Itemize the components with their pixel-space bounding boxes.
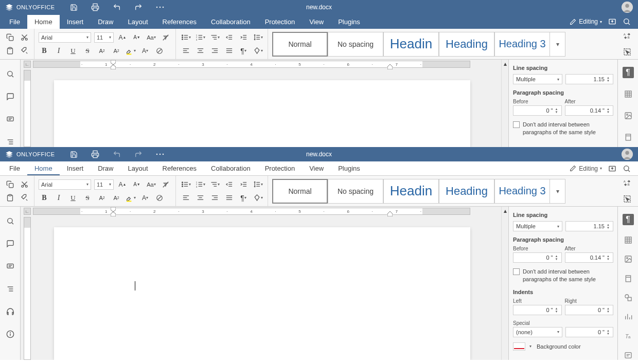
- tab-protection[interactable]: Protection: [258, 15, 303, 29]
- decrease-indent-icon[interactable]: [223, 32, 235, 43]
- align-justify-icon[interactable]: [223, 46, 235, 56]
- clear-format-icon[interactable]: [160, 179, 171, 190]
- save-icon[interactable]: [69, 150, 78, 159]
- superscript-icon[interactable]: A2: [96, 193, 108, 203]
- style-heading2[interactable]: Heading: [439, 179, 494, 204]
- paste-icon[interactable]: [4, 193, 15, 203]
- font-name-input[interactable]: Arial▾: [39, 179, 91, 190]
- cut-icon[interactable]: [19, 179, 30, 190]
- indent-marker-right[interactable]: [387, 64, 393, 69]
- tab-references[interactable]: References: [155, 161, 204, 175]
- line-spacing-value[interactable]: 1.15▲▼: [565, 221, 613, 231]
- align-center-icon[interactable]: [194, 46, 206, 56]
- tab-insert[interactable]: Insert: [60, 161, 91, 175]
- tab-references[interactable]: References: [155, 15, 204, 29]
- cut-icon[interactable]: [19, 32, 30, 43]
- superscript-icon[interactable]: A2: [96, 46, 108, 56]
- line-spacing-icon[interactable]: ▾: [252, 179, 263, 190]
- print-icon[interactable]: [91, 3, 100, 12]
- subscript-icon[interactable]: A2: [111, 193, 122, 203]
- underline-icon[interactable]: U: [67, 193, 79, 203]
- headings-icon[interactable]: [5, 284, 16, 294]
- tab-file[interactable]: File: [2, 15, 27, 29]
- print-icon[interactable]: [91, 150, 100, 159]
- decrease-font-icon[interactable]: A▼: [131, 32, 143, 43]
- find-icon[interactable]: [5, 216, 16, 226]
- line-spacing-mode[interactable]: Multiple▾: [513, 74, 562, 84]
- style-nospacing[interactable]: No spacing: [328, 32, 383, 57]
- tab-collaboration[interactable]: Collaboration: [204, 15, 258, 29]
- document-page[interactable]: [54, 80, 470, 147]
- strikethrough-icon[interactable]: S: [82, 46, 93, 56]
- headings-icon[interactable]: [5, 137, 16, 147]
- style-heading3[interactable]: Heading 3: [494, 179, 550, 204]
- bullets-icon[interactable]: ▾: [180, 32, 191, 43]
- font-size-input[interactable]: 11▾: [94, 32, 114, 43]
- bullets-icon[interactable]: ▾: [180, 179, 191, 190]
- align-justify-icon[interactable]: [223, 193, 235, 203]
- vertical-scrollbar[interactable]: ▴: [501, 60, 508, 147]
- align-center-icon[interactable]: [194, 193, 206, 203]
- tab-view[interactable]: View: [302, 161, 331, 175]
- spacing-before[interactable]: 0 "▲▼: [513, 105, 562, 116]
- tab-layout[interactable]: Layout: [121, 161, 155, 175]
- comments-icon[interactable]: [5, 92, 16, 102]
- table-settings-icon[interactable]: [623, 235, 634, 244]
- tab-draw[interactable]: Draw: [91, 15, 120, 29]
- style-heading2[interactable]: Heading: [439, 32, 494, 57]
- indent-right[interactable]: 0 "▲▼: [565, 305, 614, 315]
- select-all-icon[interactable]: [622, 47, 633, 57]
- subscript-icon[interactable]: A2: [111, 46, 122, 56]
- vertical-scrollbar[interactable]: ▴: [501, 207, 508, 360]
- image-settings-icon[interactable]: [623, 110, 634, 121]
- style-heading1[interactable]: Headin: [383, 179, 439, 204]
- spacing-after[interactable]: 0.14 "▲▼: [565, 252, 614, 263]
- italic-icon[interactable]: I: [53, 193, 64, 203]
- highlight-color-icon[interactable]: ▾: [125, 193, 136, 203]
- shading-icon[interactable]: ▾: [252, 193, 263, 203]
- shape-settings-icon[interactable]: [623, 293, 634, 302]
- decrease-font-icon[interactable]: A▼: [131, 179, 143, 190]
- replace-icon[interactable]: AB: [622, 31, 633, 41]
- redo-icon[interactable]: [134, 3, 143, 12]
- numbering-icon[interactable]: 123▾: [194, 179, 206, 190]
- image-settings-icon[interactable]: [623, 254, 634, 263]
- italic-icon[interactable]: I: [53, 46, 64, 56]
- horizontal-ruler[interactable]: ·1·2·3·4·5·6·7·: [33, 208, 470, 215]
- tab-plugins[interactable]: Plugins: [331, 161, 367, 175]
- copy-icon[interactable]: [4, 179, 15, 190]
- paragraph-settings-icon[interactable]: ¶: [623, 67, 634, 78]
- undo-icon[interactable]: [112, 150, 121, 159]
- change-case-icon[interactable]: Aa▾: [146, 32, 157, 43]
- tab-home[interactable]: Home: [27, 15, 60, 29]
- horizontal-ruler[interactable]: ·1·2·3·4·5·6·7·: [33, 61, 470, 68]
- feedback-icon[interactable]: [5, 306, 16, 317]
- tab-insert[interactable]: Insert: [60, 15, 91, 29]
- align-right-icon[interactable]: [209, 46, 220, 56]
- font-name-input[interactable]: Arial▾: [39, 32, 91, 43]
- indent-marker-left[interactable]: [111, 207, 116, 216]
- style-heading3[interactable]: Heading 3: [494, 32, 550, 57]
- change-case-icon[interactable]: Aa▾: [146, 179, 157, 190]
- scroll-up-icon[interactable]: ▴: [502, 61, 508, 67]
- copy-icon[interactable]: [4, 32, 15, 43]
- style-normal[interactable]: Normal: [272, 32, 328, 57]
- header-settings-icon[interactable]: [623, 274, 634, 283]
- special-value[interactable]: 0 "▲▼: [565, 327, 613, 337]
- spacing-before[interactable]: 0 "▲▼: [513, 252, 562, 263]
- search-icon[interactable]: [623, 165, 631, 173]
- select-all-icon[interactable]: [622, 194, 633, 204]
- multilevel-icon[interactable]: ▾: [209, 32, 220, 43]
- about-icon[interactable]: [5, 329, 16, 339]
- numbering-icon[interactable]: 123▾: [194, 32, 206, 43]
- special-combo[interactable]: (none)▾: [513, 327, 562, 337]
- tab-file[interactable]: File: [2, 161, 27, 175]
- scroll-up-icon[interactable]: ▴: [502, 208, 508, 214]
- underline-icon[interactable]: U: [67, 46, 79, 56]
- vertical-ruler[interactable]: [24, 217, 31, 360]
- table-settings-icon[interactable]: [623, 88, 634, 100]
- shading-icon[interactable]: ▾: [252, 46, 263, 56]
- font-size-input[interactable]: 11▾: [94, 179, 114, 190]
- clear-style-icon[interactable]: [154, 46, 165, 56]
- user-avatar[interactable]: [622, 2, 633, 13]
